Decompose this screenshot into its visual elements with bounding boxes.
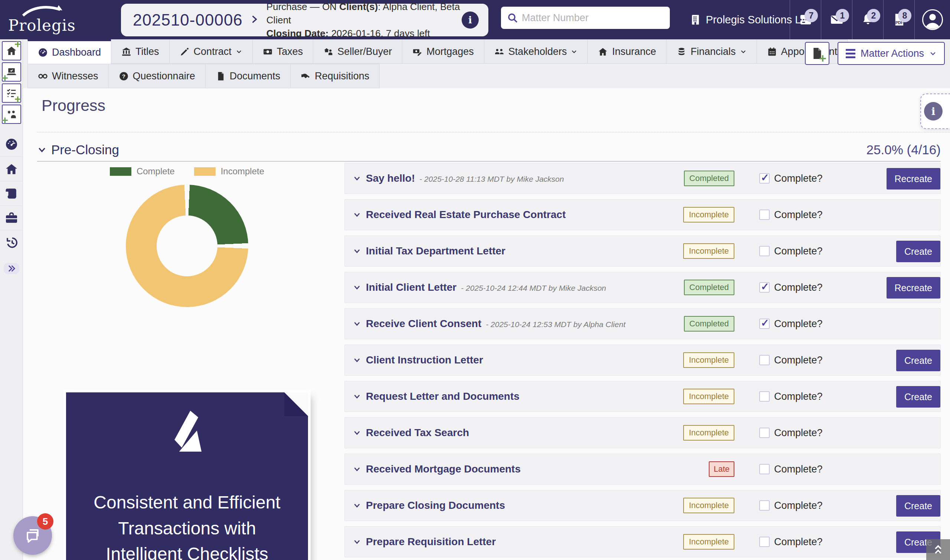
task-action-button[interactable]: Recreate [887, 168, 940, 189]
task-title[interactable]: Received Mortgage Documents [366, 463, 521, 475]
task-title[interactable]: Say hello! [366, 172, 415, 184]
chevron-down-icon [740, 48, 746, 55]
messages-button[interactable]: 1 [821, 0, 852, 39]
info-icon[interactable]: i [462, 11, 479, 29]
sellerbuyer-icon [323, 47, 333, 57]
briefcase-icon [5, 211, 18, 225]
sidebar-item-home[interactable] [0, 157, 23, 181]
tab-label: Seller/Buyer [337, 46, 392, 57]
sidebar-expand-button[interactable] [4, 263, 19, 274]
task-title[interactable]: Initial Tax Department Letter [366, 245, 506, 257]
task-title[interactable]: Client Instruction Letter [366, 354, 483, 366]
tab-insurance[interactable]: Insurance [588, 39, 666, 64]
complete-checkbox[interactable]: ✓ [759, 391, 770, 402]
tab-stakeholders[interactable]: Stakeholders [484, 39, 588, 64]
matter-number[interactable]: 202510-00006 [133, 11, 243, 29]
chevron-down-icon[interactable] [353, 211, 361, 219]
tab-requisitions[interactable]: Requisitions [290, 64, 379, 88]
complete-checkbox[interactable]: ✓ [759, 209, 770, 220]
chevron-down-icon[interactable] [353, 356, 361, 364]
tab-financials[interactable]: Financials [666, 39, 757, 64]
matter-actions-button[interactable]: Matter Actions [837, 42, 945, 65]
search-input[interactable] [522, 12, 664, 24]
task-action-button[interactable]: Create [896, 241, 940, 262]
help-info-button[interactable]: i [920, 94, 950, 129]
chevron-down-icon[interactable] [353, 392, 361, 400]
sidebar-item-matters[interactable] [0, 181, 23, 205]
complete-checkbox[interactable]: ✓ [759, 537, 770, 547]
complete-checkbox[interactable]: ✓ [759, 282, 770, 292]
new-document-button[interactable]: + [805, 42, 830, 65]
tab-label: Titles [136, 46, 159, 57]
tab-documents[interactable]: Documents [205, 64, 291, 88]
complete-checkbox[interactable]: ✓ [759, 173, 770, 183]
task-title[interactable]: Receive Client Consent [366, 318, 481, 330]
notifications-button[interactable]: 2 [852, 0, 883, 39]
chevron-down-icon[interactable] [353, 174, 361, 183]
primary-tabs: DashboardTitlesContractTaxesSeller/Buyer… [28, 39, 848, 64]
complete-checkbox[interactable]: ✓ [759, 355, 770, 365]
chevron-down-icon[interactable] [37, 145, 47, 155]
task-action-button[interactable]: Create [896, 350, 940, 371]
task-title[interactable]: Received Real Estate Purchase Contract [366, 209, 566, 221]
sidebar-item-toolbox[interactable] [0, 205, 23, 230]
chevron-down-icon[interactable] [353, 320, 361, 328]
task-title[interactable]: Prepare Closing Documents [366, 500, 505, 511]
sidebar-add-checklist-button[interactable]: + [2, 83, 21, 103]
complete-label: Complete? [774, 500, 823, 511]
matter-summary-card[interactable]: 202510-00006 Purchase — ON Client(s): Al… [121, 4, 488, 36]
chat-widget-button[interactable]: 5 [13, 516, 52, 555]
chevron-down-icon[interactable] [353, 538, 361, 546]
complete-checkbox[interactable]: ✓ [759, 246, 770, 256]
task-title[interactable]: Received Tax Search [366, 427, 469, 439]
tab-witnesses[interactable]: Witnesses [28, 64, 109, 88]
complete-checkbox[interactable]: ✓ [759, 318, 770, 329]
plus-icon: + [2, 74, 9, 82]
scroll-to-top-button[interactable] [926, 539, 950, 560]
chevron-down-icon[interactable] [353, 247, 361, 255]
header-icon-group: 7 1 2 PDF 8 [790, 0, 950, 39]
chevron-right-icon[interactable] [249, 12, 259, 28]
sidebar-add-stakeholder-button[interactable]: + [2, 105, 21, 124]
tab-seller-buyer[interactable]: Seller/Buyer [313, 39, 402, 64]
task-action-button[interactable]: Recreate [887, 277, 940, 298]
top-header: Prolegis 202510-00006 Purchase — ON Clie… [0, 0, 950, 39]
task-title[interactable]: Request Letter and Documents [366, 391, 520, 402]
status-badge: Incomplete [683, 498, 734, 513]
chevron-down-icon[interactable] [353, 283, 361, 291]
complete-checkbox[interactable]: ✓ [759, 428, 770, 438]
tab-mortgages[interactable]: Mortgages [402, 39, 484, 64]
tab-label: Documents [230, 71, 281, 82]
tab-questionnaire[interactable]: ?Questionnaire [108, 64, 205, 88]
complete-label: Complete? [774, 355, 823, 366]
pdf-queue-button[interactable]: PDF 8 [883, 0, 915, 39]
chevron-up-icon [933, 546, 944, 557]
section-title[interactable]: Pre-Closing [51, 142, 119, 157]
task-action-button[interactable]: Create [896, 495, 940, 517]
complete-label: Complete? [774, 318, 823, 330]
task-action-button[interactable]: Create [896, 386, 940, 408]
sidebar-add-signing-button[interactable]: + [2, 62, 21, 82]
chevron-down-icon [571, 48, 577, 55]
tab-contract[interactable]: Contract [169, 39, 253, 64]
task-title[interactable]: Initial Client Letter [366, 282, 456, 293]
task-title[interactable]: Prepare Requisition Letter [366, 536, 496, 548]
tab-dashboard[interactable]: Dashboard [28, 39, 111, 64]
tab-taxes[interactable]: Taxes [252, 39, 313, 64]
user-menu-button[interactable] [915, 0, 950, 39]
cards-button[interactable]: 7 [790, 0, 821, 39]
sidebar-item-dashboard[interactable] [0, 132, 23, 157]
task-row: Say hello! - 2025-10-28 11:13 MDT by Mik… [344, 163, 941, 194]
chevron-down-icon[interactable] [353, 429, 361, 437]
complete-checkbox[interactable]: ✓ [759, 464, 770, 474]
sidebar-item-history[interactable] [0, 230, 23, 254]
house-icon [598, 47, 608, 57]
chevron-down-icon[interactable] [353, 502, 361, 509]
chevron-down-icon[interactable] [353, 465, 361, 473]
sidebar-add-matter-button[interactable]: + [2, 41, 21, 60]
complete-label: Complete? [774, 246, 823, 257]
complete-checkbox[interactable]: ✓ [759, 500, 770, 511]
task-row: Received Real Estate Purchase Contract I… [344, 199, 941, 230]
tab-titles[interactable]: Titles [111, 39, 170, 64]
task-row: Received Mortgage Documents Late ✓ Compl… [344, 454, 941, 485]
